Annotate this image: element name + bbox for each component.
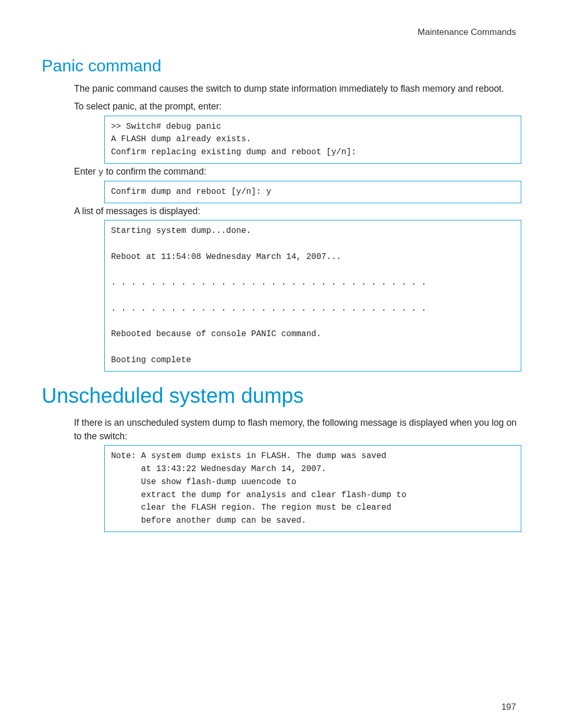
panic-intro: The panic command causes the switch to d… — [74, 82, 521, 95]
page-number: 197 — [501, 702, 516, 712]
panic-code-block-2: Confirm dump and reboot [y/n]: y — [104, 181, 521, 203]
panic-code-block-1: >> Switch# debug panic A FLASH dump alre… — [104, 116, 521, 164]
panic-enter-text: Enter y to confirm the command: — [74, 165, 521, 179]
header-section-label: Maintenance Commands — [42, 27, 521, 38]
panic-code-block-3: Starting system dump...done. Reboot at 1… — [104, 220, 521, 372]
panic-heading: Panic command — [42, 56, 521, 76]
unscheduled-heading: Unscheduled system dumps — [42, 384, 521, 408]
enter-post: to confirm the command: — [103, 166, 206, 177]
unscheduled-intro: If there is an unscheduled system dump t… — [74, 416, 521, 443]
panic-list-text: A list of messages is displayed: — [74, 204, 521, 218]
panic-select-prompt: To select panic, at the prompt, enter: — [74, 100, 521, 113]
enter-y: y — [99, 168, 104, 177]
unscheduled-code-block: Note: A system dump exists in FLASH. The… — [104, 445, 521, 532]
enter-pre: Enter — [74, 166, 99, 177]
